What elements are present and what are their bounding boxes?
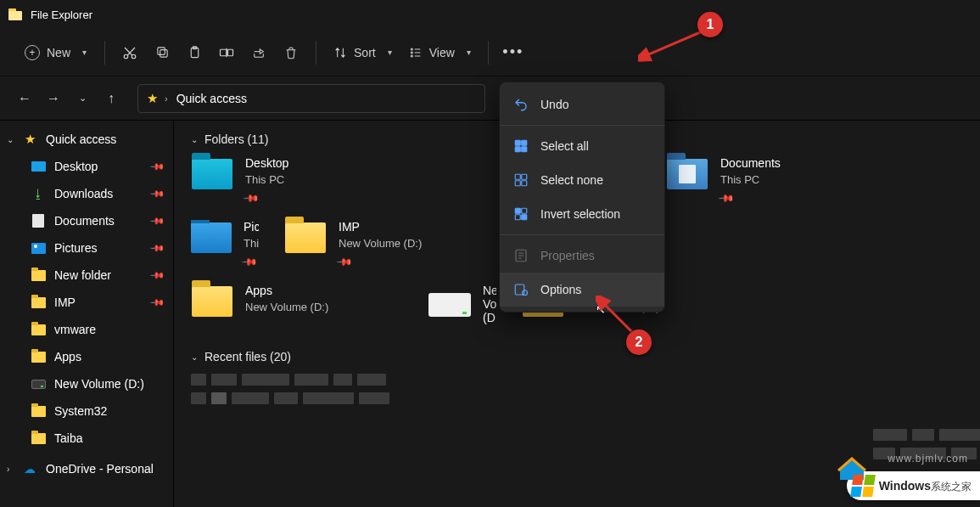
svg-rect-6 (221, 49, 227, 56)
app-title: File Explorer (31, 8, 92, 21)
folder-icon (31, 352, 46, 363)
svg-rect-15 (515, 174, 520, 179)
tile-subtitle: This PC (245, 173, 288, 186)
view-button[interactable]: View ▾ (400, 37, 479, 68)
svg-rect-12 (522, 140, 527, 145)
share-icon (251, 46, 266, 59)
chevron-down-icon: ⌄ (191, 352, 198, 362)
watermark-brand: Windows (879, 479, 931, 493)
rename-button[interactable] (210, 37, 243, 68)
share-button[interactable] (243, 37, 275, 68)
svg-point-9 (411, 52, 412, 54)
undo-icon (513, 97, 529, 112)
folder-tile[interactable]: IMPNew Volume (D:)📌 (284, 220, 496, 268)
select-all-icon (513, 138, 529, 154)
new-button[interactable]: + New ▾ (15, 37, 96, 68)
svg-point-1 (132, 54, 136, 59)
menu-item-undo[interactable]: Undo (500, 87, 664, 121)
forward-button[interactable]: → (39, 84, 68, 113)
tile-subtitle: This PC (720, 173, 781, 186)
menu-item-invert-selection[interactable]: Invert selection (500, 197, 664, 231)
folder-icon (31, 433, 46, 444)
folder-tile[interactable]: PicturesThis PC📌 (191, 220, 259, 268)
svg-rect-16 (522, 174, 527, 179)
tile-subtitle: This PC (244, 237, 259, 250)
invert-icon (513, 206, 529, 222)
sidebar-root-label: Quick access (46, 132, 116, 146)
sidebar-item-label: New Volume (D:) (54, 377, 144, 391)
menu-item-properties: Properties (500, 239, 664, 273)
svg-rect-17 (515, 181, 520, 186)
sort-icon (333, 46, 347, 59)
tile-name: IMP (339, 220, 422, 234)
delete-button[interactable] (275, 37, 307, 68)
watermark-tagline: 系统之家 (931, 481, 972, 493)
menu-item-label: Select none (540, 173, 603, 187)
folder-tile[interactable]: AppsNew Volume (D:) (191, 284, 403, 328)
recent-group-header[interactable]: ⌄ Recent files (20) (191, 350, 963, 363)
chevron-down-icon: ▾ (467, 48, 471, 57)
more-button[interactable]: ••• (497, 37, 529, 68)
menu-item-options[interactable]: Options (500, 273, 664, 307)
separator (104, 41, 105, 65)
menu-separator (500, 234, 664, 235)
recent-files-redacted (191, 374, 963, 404)
plus-icon: + (25, 45, 40, 60)
sidebar-item[interactable]: Taiba (0, 425, 173, 452)
pin-icon: 📌 (148, 158, 165, 174)
sidebar-item[interactable]: Documents📌 (0, 207, 173, 234)
folder-tile[interactable]: DesktopThis PC📌 (191, 156, 403, 205)
tile-name: Apps (245, 284, 328, 297)
view-label: View (429, 46, 455, 59)
sidebar-item[interactable]: New Volume (D:) (0, 370, 173, 397)
sidebar-item[interactable]: New folder📌 (0, 262, 173, 289)
sidebar-quick-access[interactable]: ⌄ ★ Quick access (0, 126, 173, 153)
tile-name: Desktop (245, 156, 288, 170)
pin-icon: 📌 (718, 189, 736, 207)
paste-button[interactable] (178, 37, 210, 68)
svg-rect-21 (515, 215, 520, 220)
navigation-bar: ← → ⌄ ↑ ★ › Quick access (0, 76, 980, 121)
chevron-down-icon: ⌄ (7, 135, 19, 144)
address-bar[interactable]: ★ › Quick access (137, 84, 485, 113)
sidebar-item[interactable]: IMP📌 (0, 289, 173, 316)
menu-item-select-none[interactable]: Select none (500, 163, 664, 197)
sidebar-item[interactable]: Apps (0, 343, 173, 370)
menu-item-select-all[interactable]: Select all (500, 129, 664, 163)
sidebar-item[interactable]: System32 (0, 397, 173, 425)
folder-tile[interactable]: New Volume (D:) (428, 284, 496, 328)
recent-header-label: Recent files (20) (204, 350, 291, 363)
app-icon (8, 8, 22, 20)
menu-separator (500, 125, 664, 126)
sort-button[interactable]: Sort ▾ (325, 37, 400, 68)
folder-tile[interactable]: DocumentsThis PC📌 (666, 156, 878, 205)
sidebar-item[interactable]: Pictures📌 (0, 234, 173, 262)
sidebar-item[interactable]: Desktop📌 (0, 153, 173, 180)
pin-icon: 📌 (336, 253, 354, 271)
sidebar-item-label: Taiba (54, 431, 82, 445)
sidebar-item-label: Pictures (54, 241, 98, 255)
svg-point-10 (411, 55, 412, 57)
menu-item-label: Properties (540, 249, 595, 262)
sidebar-item[interactable]: ⭳Downloads📌 (0, 180, 173, 207)
svg-point-0 (124, 54, 128, 59)
cloud-icon: ☁ (22, 462, 37, 476)
star-icon: ★ (147, 91, 158, 106)
sidebar-item[interactable]: vmware (0, 316, 173, 343)
drive-icon (31, 380, 46, 389)
windows-logo-icon (850, 475, 876, 497)
copy-button[interactable] (146, 37, 178, 68)
navigation-pane[interactable]: ⌄ ★ Quick access Desktop📌⭳Downloads📌Docu… (0, 121, 174, 507)
recent-locations-button[interactable]: ⌄ (68, 84, 97, 113)
menu-item-label: Invert selection (540, 207, 620, 221)
back-button[interactable]: ← (10, 84, 39, 113)
trash-icon (284, 45, 298, 60)
sort-label: Sort (354, 46, 376, 59)
callout-1: 1 (697, 12, 723, 37)
sidebar-onedrive[interactable]: › ☁ OneDrive - Personal (0, 455, 173, 482)
select-none-icon (513, 172, 529, 188)
cut-button[interactable] (114, 37, 146, 68)
up-button[interactable]: ↑ (97, 84, 126, 113)
sidebar-item-label: Apps (54, 350, 81, 363)
svg-point-8 (411, 48, 412, 50)
